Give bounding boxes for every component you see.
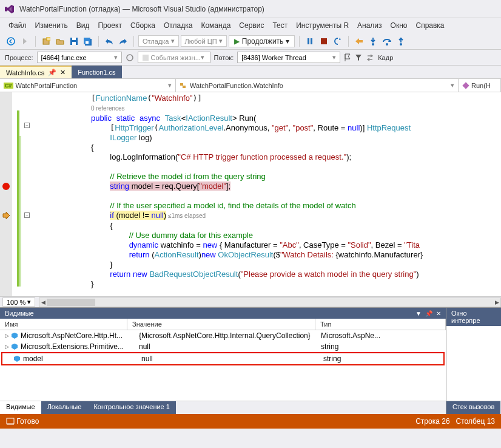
scroll-left-icon[interactable]: ◀	[39, 298, 47, 307]
stop-button[interactable]	[318, 35, 330, 48]
pin-icon[interactable]: 📌	[48, 69, 56, 76]
open-button[interactable]	[54, 35, 66, 48]
platform-dropdown[interactable]: Любой ЦП ▾	[181, 35, 227, 47]
new-project-button[interactable]	[40, 35, 52, 48]
panel-title: Окно интерпре	[451, 310, 496, 324]
code-editor[interactable]: − − [FunctionName("WatchInfo")] 0 refere…	[0, 92, 501, 296]
thread-flag-button[interactable]	[344, 53, 351, 62]
lifecycle-events-field[interactable]: События жизн...▾	[138, 52, 210, 63]
locals-tabstrip: Видимые Локальные Контрольное значение 1	[0, 401, 446, 414]
menubar: Файл Изменить Вид Проект Сборка Отладка …	[0, 18, 501, 33]
status-icon	[6, 418, 15, 425]
frame-label: Кадр	[378, 54, 393, 61]
ptab-locals[interactable]: Локальные	[41, 401, 88, 414]
svg-rect-21	[7, 418, 14, 424]
panel-close-icon[interactable]: ✕	[436, 310, 441, 317]
thread-filter-button[interactable]	[355, 54, 362, 61]
menu-project[interactable]: Проект	[94, 20, 126, 31]
ptab-autos[interactable]: Видимые	[0, 401, 41, 414]
svg-point-15	[127, 55, 133, 61]
vs-logo-icon	[5, 4, 15, 14]
immediate-panel-header[interactable]: Окно интерпре	[446, 308, 501, 326]
editor-footer: 100 % ▾ ◀ ▶	[0, 296, 501, 307]
scroll-thumb[interactable]	[47, 299, 95, 306]
menu-test[interactable]: Тест	[269, 20, 291, 31]
svg-rect-18	[180, 83, 183, 86]
outline-collapse-icon[interactable]: −	[24, 123, 30, 128]
thread-swap-button[interactable]	[366, 54, 374, 61]
step-out-button[interactable]	[395, 35, 407, 48]
restart-button[interactable]	[332, 35, 344, 48]
thread-field[interactable]: [8436] Worker Thread▾	[237, 52, 340, 63]
svg-point-13	[386, 43, 388, 46]
svg-rect-9	[308, 38, 309, 44]
var-row-highlighted[interactable]: model null string	[1, 352, 445, 365]
var-row[interactable]: ▷ Microsoft.AspNetCore.Http.Ht... {Micro…	[0, 330, 446, 341]
right-tabstrip: Стек вызовов	[446, 401, 501, 414]
scroll-right-icon[interactable]: ▶	[493, 298, 500, 307]
tab-label: Function1.cs	[78, 69, 115, 76]
menu-rtools[interactable]: Инструменты R	[292, 20, 352, 31]
var-row[interactable]: ▷ Microsoft.Extensions.Primitive... null…	[0, 341, 446, 352]
code-content[interactable]: [FunctionName("WatchInfo")] 0 references…	[30, 92, 501, 296]
nav-back-button[interactable]	[5, 35, 17, 48]
menu-view[interactable]: Вид	[73, 20, 93, 31]
continue-button[interactable]: ▶Продолжить ▾	[229, 35, 295, 47]
panel-dropdown-icon[interactable]: ▼	[415, 310, 422, 317]
expand-icon[interactable]: ▷	[2, 333, 11, 339]
menu-help[interactable]: Справка	[412, 20, 448, 31]
variable-icon	[11, 333, 18, 339]
menu-tools[interactable]: Сервис	[235, 20, 267, 31]
debug-toolbar: Процесс: [4664] func.exe▾ События жизн..…	[0, 50, 501, 66]
process-field[interactable]: [4664] func.exe▾	[37, 52, 122, 63]
nav-fwd-button[interactable]	[19, 35, 31, 48]
process-refresh-button[interactable]	[126, 53, 134, 62]
ptab-watch1[interactable]: Контрольное значение 1	[87, 401, 176, 414]
thread-label: Поток:	[214, 54, 234, 61]
window-title: WatchPortalFunction (отладка) — Microsof…	[19, 5, 264, 13]
expand-icon[interactable]: ▷	[2, 344, 11, 350]
editor-gutter[interactable]: − −	[0, 92, 30, 296]
redo-button[interactable]	[117, 35, 129, 48]
zoom-dropdown[interactable]: 100 % ▾	[2, 297, 35, 307]
ptab-callstack[interactable]: Стек вызовов	[446, 401, 500, 414]
outline-collapse-icon[interactable]: −	[24, 212, 30, 218]
svg-rect-11	[321, 38, 327, 44]
locals-panel-header[interactable]: Видимые ▼ 📌 ✕	[0, 308, 446, 319]
tab-watchinfo[interactable]: WatchInfo.cs 📌 ✕	[0, 66, 72, 78]
nav-project[interactable]: C# WatchPortalFunction▾	[0, 79, 176, 92]
panel-title: Видимые	[5, 310, 34, 317]
locals-body[interactable]: ▷ Microsoft.AspNetCore.Http.Ht... {Micro…	[0, 330, 446, 401]
config-dropdown[interactable]: Отладка ▾	[138, 35, 179, 47]
nav-class[interactable]: WatchPortalFunction.WatchInfo▾	[176, 79, 459, 92]
svg-point-12	[372, 43, 374, 46]
menu-edit[interactable]: Изменить	[32, 20, 72, 31]
step-over-button[interactable]	[381, 35, 393, 48]
menu-team[interactable]: Команда	[197, 20, 234, 31]
tab-function1[interactable]: Function1.cs	[72, 66, 121, 78]
save-button[interactable]	[68, 35, 80, 48]
svg-rect-19	[183, 86, 186, 88]
menu-analyze[interactable]: Анализ	[354, 20, 386, 31]
immediate-body[interactable]	[446, 326, 501, 401]
menu-debug[interactable]: Отладка	[160, 20, 196, 31]
nav-method[interactable]: Run(H	[459, 79, 501, 92]
undo-button[interactable]	[103, 35, 115, 48]
col-name[interactable]: Имя	[0, 319, 127, 330]
col-type[interactable]: Тип	[315, 319, 446, 330]
close-icon[interactable]: ✕	[60, 69, 66, 76]
col-value[interactable]: Значение	[127, 319, 315, 330]
editor-tabstrip: WatchInfo.cs 📌 ✕ Function1.cs	[0, 66, 501, 79]
show-next-stmt-button[interactable]	[353, 35, 365, 48]
step-into-button[interactable]	[367, 35, 379, 48]
menu-window[interactable]: Окно	[387, 20, 411, 31]
menu-build[interactable]: Сборка	[127, 20, 159, 31]
variable-icon	[13, 356, 21, 362]
svg-rect-2	[47, 37, 50, 41]
pause-button[interactable]	[304, 35, 316, 48]
save-all-button[interactable]	[82, 35, 94, 48]
menu-file[interactable]: Файл	[5, 20, 30, 31]
breakpoint-icon[interactable]	[2, 183, 10, 190]
panel-pin-icon[interactable]: 📌	[425, 310, 432, 317]
horizontal-scrollbar[interactable]: ◀ ▶	[39, 297, 501, 307]
